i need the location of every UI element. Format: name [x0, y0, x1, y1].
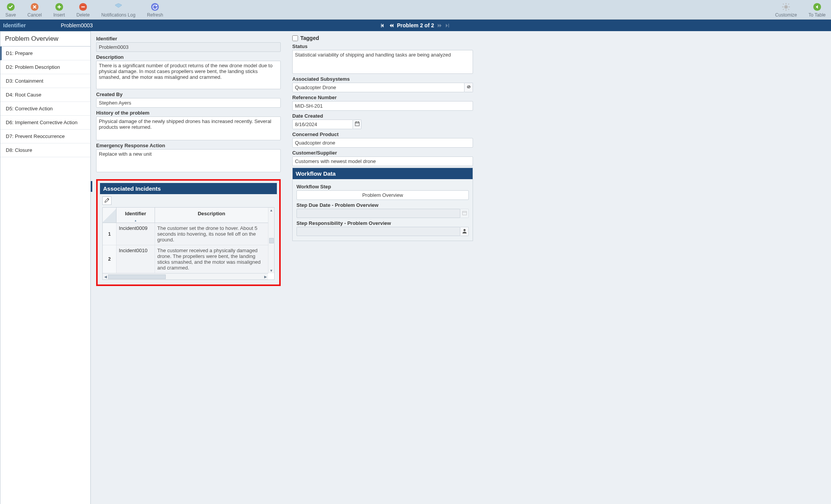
wf-resp-value[interactable]: [296, 227, 460, 236]
grid-scrollbar-y[interactable]: ▲ ▼: [268, 208, 274, 273]
next-page-icon[interactable]: [437, 23, 442, 28]
status-label: Status: [292, 43, 473, 49]
row-number: 1: [103, 223, 117, 245]
createdby-value[interactable]: Stephen Ayers: [96, 98, 281, 108]
scroll-up-icon[interactable]: ▲: [269, 208, 274, 213]
plus-circle-icon: [55, 2, 64, 12]
custsup-value[interactable]: Customers with newest model drone: [292, 156, 473, 166]
row-identifier: Incident0009: [117, 223, 155, 245]
svg-rect-6: [786, 3, 786, 5]
mail-icon: [114, 2, 123, 12]
identifier-label: Identifier: [96, 36, 281, 42]
insert-button[interactable]: Insert: [52, 2, 67, 18]
sidebar-item-d7[interactable]: D7: Prevent Reoccurrence: [0, 130, 90, 143]
svg-point-4: [151, 3, 159, 11]
workflow-panel: Workflow Data Workflow Step Problem Over…: [292, 168, 473, 241]
delete-button[interactable]: Delete: [75, 2, 92, 18]
notifications-label: Notifications Log: [101, 12, 135, 18]
sidebar-item-d6[interactable]: D6: Implement Corrective Action: [0, 116, 90, 130]
link-icon: [466, 84, 471, 91]
calendar-button[interactable]: [353, 120, 361, 129]
svg-rect-20: [358, 121, 358, 123]
row-description: The customer set the drone to hover. Abo…: [155, 223, 268, 245]
history-input[interactable]: Physical damage of the newly shipped dro…: [96, 116, 281, 140]
svg-rect-10: [783, 3, 784, 5]
wf-due-label: Step Due Date - Problem Overview: [296, 202, 469, 208]
row-identifier: Incident0010: [117, 245, 155, 273]
edge-tab[interactable]: [91, 181, 92, 192]
first-page-icon[interactable]: [381, 23, 386, 28]
table-row[interactable]: 2 Incident0010 The customer received a p…: [103, 245, 268, 273]
sidebar-item-d3[interactable]: D3: Containment: [0, 74, 90, 88]
col-identifier[interactable]: Identifier: [117, 208, 155, 223]
insert-label: Insert: [53, 12, 65, 18]
refnum-value[interactable]: MID-SH-201: [292, 101, 473, 111]
arrow-left-circle-icon: [813, 2, 822, 12]
cancel-button[interactable]: Cancel: [26, 2, 43, 18]
svg-rect-17: [355, 122, 359, 126]
totable-button[interactable]: To Table: [807, 2, 827, 18]
concerned-value[interactable]: Quadcopter drone: [292, 138, 473, 148]
description-input[interactable]: There is a significant number of product…: [96, 61, 281, 89]
wf-step-value[interactable]: Problem Overview: [296, 190, 469, 200]
header-identifier: Problem0003: [61, 22, 93, 28]
pager-text: Problem 2 of 2: [397, 22, 434, 28]
svg-point-5: [784, 5, 788, 8]
pager: Problem 2 of 2: [381, 22, 450, 28]
grid-scrollbar-x[interactable]: ◀ ▶: [103, 273, 268, 279]
datecreated-value[interactable]: 8/16/2024: [292, 120, 353, 129]
minus-circle-icon: [78, 2, 88, 12]
last-page-icon[interactable]: [445, 23, 450, 28]
svg-rect-13: [783, 9, 784, 10]
wf-person-button[interactable]: [460, 227, 469, 236]
scroll-down-icon[interactable]: ▼: [269, 268, 274, 273]
header-title: Identifier: [3, 22, 61, 28]
svg-rect-16: [448, 23, 449, 27]
workflow-header: Workflow Data: [293, 168, 473, 179]
sidebar-item-d1[interactable]: D1: Prepare: [0, 47, 90, 60]
svg-rect-7: [786, 9, 786, 11]
refresh-icon: [150, 2, 160, 12]
customize-button[interactable]: Customize: [774, 2, 799, 18]
createdby-label: Created By: [96, 91, 281, 97]
edit-incidents-button[interactable]: [102, 196, 112, 205]
col-description[interactable]: Description: [155, 208, 268, 223]
refresh-button[interactable]: Refresh: [145, 2, 165, 18]
history-label: History of the problem: [96, 110, 281, 116]
notifications-button[interactable]: Notifications Log: [100, 2, 137, 18]
cancel-label: Cancel: [27, 12, 42, 18]
sidebar-item-d4[interactable]: D4: Root Cause: [0, 88, 90, 102]
link-button[interactable]: [465, 83, 473, 92]
calendar-icon: [462, 210, 467, 217]
emergency-input[interactable]: Replace with a new unit: [96, 149, 281, 172]
wf-calendar-button[interactable]: [460, 209, 469, 218]
description-label: Description: [96, 54, 281, 60]
wf-step-label: Workflow Step: [296, 184, 469, 190]
totable-label: To Table: [809, 12, 826, 18]
assoc-sub-value[interactable]: Quadcopter Drone: [292, 83, 465, 92]
wf-due-value[interactable]: [296, 209, 460, 218]
concerned-label: Concerned Product: [292, 131, 473, 137]
wf-resp-label: Step Responsibility - Problem Overview: [296, 220, 469, 226]
status-input[interactable]: Statistical variability of shipping and …: [292, 50, 473, 74]
refresh-label: Refresh: [147, 12, 163, 18]
svg-rect-15: [381, 23, 381, 27]
sidebar-item-d5[interactable]: D5: Corrective Action: [0, 102, 90, 116]
custsup-label: Customer/Supplier: [292, 150, 473, 156]
delete-label: Delete: [77, 12, 90, 18]
gear-icon: [781, 2, 791, 12]
datecreated-label: Date Created: [292, 113, 473, 119]
sidebar-item-d2[interactable]: D2: Problem Description: [0, 60, 90, 74]
prev-page-icon[interactable]: [389, 23, 394, 28]
tagged-checkbox[interactable]: [292, 35, 298, 41]
calendar-icon: [355, 121, 360, 128]
svg-rect-9: [789, 7, 790, 7]
scroll-right-icon[interactable]: ▶: [263, 274, 268, 279]
sidebar-item-d8[interactable]: D8: Closure: [0, 143, 90, 157]
header-bar: Identifier Problem0003 Problem 2 of 2: [0, 20, 831, 31]
scroll-left-icon[interactable]: ◀: [103, 274, 108, 279]
incidents-grid: Identifier Description 1 Incident0009 Th…: [102, 207, 275, 280]
assoc-sub-label: Associated Subsystems: [292, 76, 473, 82]
save-button[interactable]: Save: [4, 2, 17, 18]
table-row[interactable]: 1 Incident0009 The customer set the dron…: [103, 223, 268, 245]
